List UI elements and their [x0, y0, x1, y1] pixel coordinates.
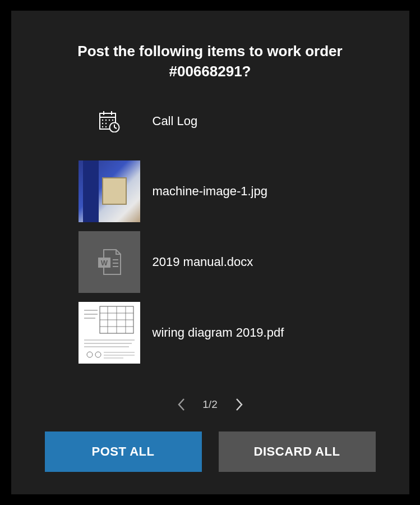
svg-point-6 — [108, 120, 109, 121]
dialog-buttons: POST ALL DISCARD ALL — [45, 431, 376, 472]
svg-rect-20 — [79, 302, 140, 364]
image-thumbnail — [79, 160, 140, 222]
calendar-clock-icon — [79, 110, 140, 132]
title-line-1: Post the following items to work order — [77, 43, 342, 59]
list-item-docx[interactable]: W 2019 manual.docx — [79, 231, 376, 293]
svg-point-7 — [112, 120, 113, 121]
svg-point-10 — [101, 126, 103, 127]
pdf-thumbnail — [79, 302, 140, 364]
page-indicator: 1/2 — [201, 398, 219, 411]
post-items-dialog: Post the following items to work order #… — [11, 11, 409, 494]
post-all-button[interactable]: POST ALL — [45, 431, 202, 472]
chevron-right-icon[interactable] — [233, 398, 246, 411]
item-label: Call Log — [153, 114, 198, 128]
items-list: Call Log machine-image-1.jpg W 2019 manu… — [45, 110, 376, 382]
svg-point-5 — [105, 120, 106, 121]
svg-point-8 — [101, 123, 103, 124]
svg-point-9 — [105, 123, 106, 124]
dialog-title: Post the following items to work order #… — [45, 41, 376, 82]
svg-point-4 — [101, 120, 103, 121]
pagination: 1/2 — [45, 398, 376, 411]
list-item-image[interactable]: machine-image-1.jpg — [79, 160, 376, 222]
word-document-icon: W — [97, 249, 122, 276]
chevron-left-icon[interactable] — [174, 398, 188, 411]
svg-text:W: W — [100, 259, 108, 267]
list-item-pdf[interactable]: wiring diagram 2019.pdf — [79, 302, 376, 364]
item-label: 2019 manual.docx — [153, 255, 253, 269]
item-label: wiring diagram 2019.pdf — [153, 325, 284, 340]
docx-thumbnail: W — [79, 231, 140, 293]
item-label: machine-image-1.jpg — [153, 184, 267, 199]
svg-point-11 — [105, 126, 106, 127]
discard-all-button[interactable]: DISCARD ALL — [219, 431, 376, 472]
list-item-call-log[interactable]: Call Log — [79, 110, 376, 132]
title-line-2: #00668291? — [169, 63, 251, 80]
